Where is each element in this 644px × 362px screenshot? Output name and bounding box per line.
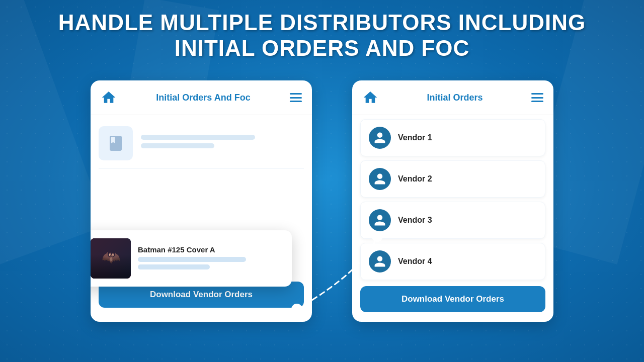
vendor-avatar-2: [369, 168, 391, 190]
svg-rect-2: [91, 238, 131, 279]
menu-icon-right[interactable]: [531, 93, 543, 102]
vendor-avatar-1: [369, 127, 391, 149]
batman-cover-art: 🦇: [91, 238, 131, 279]
batman-info: Batman #125 Cover A: [138, 245, 282, 272]
vendor-item-1[interactable]: Vendor 1: [360, 119, 545, 156]
divider-1: [99, 168, 304, 169]
menu-icon-left[interactable]: [290, 93, 302, 102]
text-line-medium: [141, 143, 214, 148]
card-initial-orders-foc: Initial Orders And Foc: [91, 80, 312, 322]
vendor-item-2[interactable]: Vendor 2: [360, 160, 545, 198]
text-line-long: [141, 135, 255, 140]
batman-popup-card: 🦇 Batman #125 Cover A: [91, 230, 292, 287]
svg-text:🦇: 🦇: [102, 248, 121, 266]
card-left-header: Initial Orders And Foc: [91, 80, 312, 115]
download-btn-right[interactable]: Download Vendor Orders: [360, 286, 545, 312]
batman-line-1: [138, 257, 246, 262]
headline-line1: HANDLE MULTIPLE DISTRIBUTORS INCLUDING: [0, 10, 644, 36]
batman-artwork: 🦇: [91, 238, 131, 279]
cards-container: Initial Orders And Foc: [0, 80, 644, 322]
card-initial-orders: Initial Orders Vendor 1: [352, 80, 553, 322]
page-header: HANDLE MULTIPLE DISTRIBUTORS INCLUDING I…: [0, 10, 644, 61]
vendor-item-3[interactable]: Vendor 3: [360, 202, 545, 239]
vendor-name-4: Vendor 4: [398, 257, 432, 266]
vendor-name-2: Vendor 2: [398, 174, 432, 184]
card-right-header: Initial Orders: [352, 80, 553, 115]
headline-line2: INITIAL ORDERS AND FOC: [0, 36, 644, 61]
vendor-avatar-4: [369, 250, 391, 273]
card-left-title: Initial Orders And Foc: [123, 93, 284, 103]
vendor-item-4[interactable]: Vendor 4: [360, 243, 545, 280]
vendor-name-1: Vendor 1: [398, 133, 432, 142]
svg-rect-4: [91, 238, 131, 279]
book-icon-1: [99, 126, 133, 160]
home-icon-right: [362, 89, 378, 106]
book-list-item-1: [99, 120, 304, 166]
home-icon-left: [101, 89, 117, 106]
vendor-name-3: Vendor 3: [398, 216, 432, 225]
batman-text-lines: [138, 257, 282, 269]
book-text-1: [141, 135, 304, 152]
vendor-avatar-3: [369, 209, 391, 231]
batman-line-2: [138, 264, 210, 269]
vendor-list: Vendor 1 Vendor 2 Vendor 3: [352, 115, 553, 280]
batman-title: Batman #125 Cover A: [138, 245, 282, 254]
card-right-title: Initial Orders: [384, 93, 525, 103]
